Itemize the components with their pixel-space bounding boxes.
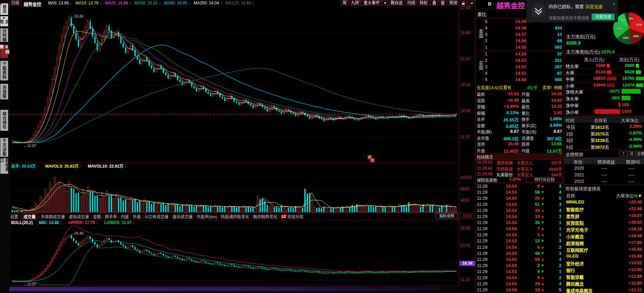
tick-price: 14.53 bbox=[497, 220, 517, 225]
sector-row-name[interactable]: 柔性屏 bbox=[566, 213, 579, 219]
sidebar-item-自选股[interactable]: 自选股 bbox=[0, 84, 8, 99]
sell-row[interactable]: 214.5668 bbox=[475, 38, 564, 45]
sidebar-item-分时图[interactable]: 分时图 bbox=[0, 28, 8, 42]
forecast-income: ---- bbox=[601, 172, 607, 177]
tab-盘后成交量[interactable]: 盘后成交量 bbox=[173, 214, 193, 219]
tab-融资融券变化[interactable]: 融资融券变化 bbox=[253, 214, 277, 219]
tick-time: 11:28 bbox=[477, 184, 488, 189]
tick-count: 3 bbox=[551, 184, 561, 189]
sell-row[interactable]: 314.5713 bbox=[475, 32, 564, 38]
tab-多周期成交量[interactable]: 多周期成交量 bbox=[41, 214, 65, 219]
toolbar-button-均线[interactable]: 均线 bbox=[405, 0, 417, 6]
tab-金额[interactable]: 金额 bbox=[93, 214, 101, 219]
sector-row-name[interactable]: 银行 bbox=[566, 267, 575, 273]
tab-AI立桩成交量[interactable]: AI立桩成交量 bbox=[145, 214, 169, 219]
forecast-button-全部[interactable]: 全部 bbox=[636, 151, 644, 156]
rank-pct: -4.99% bbox=[620, 137, 642, 142]
tab-虚拟成交量[interactable]: 虚拟成交量 bbox=[69, 214, 89, 219]
sidebar-item-应用[interactable]: ▶应用 bbox=[0, 16, 8, 26]
buy-row[interactable]: 214.53251 bbox=[475, 58, 564, 64]
buy-row[interactable]: 414.5187 bbox=[475, 71, 564, 77]
svg-text:←26.86: ←26.86 bbox=[70, 14, 84, 18]
tab-成交量[interactable]: 成交量 bbox=[22, 213, 37, 220]
sector-row-name[interactable]: 互联网医疗 bbox=[566, 247, 588, 253]
buy-row[interactable]: 114.5437 bbox=[475, 51, 564, 58]
alert-text: 在卖盘14.62位置有 bbox=[477, 84, 511, 90]
tab-separator: | bbox=[66, 214, 67, 219]
tab-资金抄底[interactable]: 资金抄底 bbox=[287, 214, 303, 219]
tab-外盘[interactable]: 外盘 bbox=[133, 214, 141, 219]
tick-row: 11:2914.5330▼1 bbox=[475, 220, 564, 226]
chart-badge-财[interactable]: 财 bbox=[370, 158, 375, 163]
price-axis-label: 11.67 bbox=[460, 135, 470, 139]
volume: 87 bbox=[535, 71, 562, 76]
indicator-help-button[interactable]: 指标说明 bbox=[436, 213, 458, 219]
toolbar-button-窗[interactable]: 窗 bbox=[439, 0, 446, 6]
tick-count: 5 bbox=[551, 287, 561, 292]
rank-day: 今日 bbox=[566, 124, 575, 130]
quote-value: +3.49% bbox=[493, 104, 519, 109]
tab-市盈率(ttm)[interactable]: 市盈率(ttm) bbox=[197, 214, 217, 219]
lock-icon[interactable] bbox=[460, 0, 467, 6]
quote-label: 涨跌 bbox=[477, 98, 485, 103]
tab-换手率[interactable]: 换手率 bbox=[105, 214, 117, 219]
sector-row-name[interactable]: OLED bbox=[566, 253, 578, 259]
sector-row-name[interactable]: MINILED bbox=[566, 199, 584, 204]
buy-row[interactable]: 514.50565 bbox=[475, 77, 564, 83]
sidebar-item-K线图[interactable]: K线图 bbox=[0, 45, 8, 58]
sector-row-name[interactable]: 光学光电子 bbox=[566, 226, 588, 233]
forecast-button-?[interactable]: ? bbox=[620, 151, 627, 156]
next-window-icon[interactable]: ⇥ bbox=[468, 0, 474, 6]
industry-compare-button[interactable]: 同行业比较 bbox=[526, 177, 563, 182]
sidebar-item-牛叉诊股[interactable]: 牛叉诊股 bbox=[0, 138, 8, 157]
sector-row-value: +18.08 bbox=[618, 233, 642, 238]
minder-stock[interactable]: 通用电梯 bbox=[496, 160, 513, 166]
sell-row[interactable]: 414.58434 bbox=[475, 25, 564, 32]
close-icon[interactable]: × bbox=[613, 1, 615, 7]
flow-title: 主力流出(万元) bbox=[566, 33, 596, 40]
sector-row-value: +19.53 bbox=[618, 220, 642, 225]
minder-stock[interactable]: 丸美股份 bbox=[496, 172, 513, 177]
sector-row-name[interactable]: 腾讯概念 bbox=[566, 280, 584, 287]
sell-row[interactable]: 114.55502 bbox=[475, 45, 564, 51]
sector-row-name[interactable]: 民营医院 bbox=[566, 220, 584, 226]
tab-设置[interactable]: 设置 bbox=[10, 214, 18, 219]
kline-chart[interactable]: ←26.86←10.87←26.86←10.87 bbox=[0, 0, 475, 293]
alert-detail-link[interactable]: 明细 bbox=[554, 84, 562, 90]
sidebar-item-超级盘口[interactable]: 超级盘口 bbox=[0, 158, 8, 174]
sector-row-name[interactable]: 小米概念 bbox=[566, 233, 584, 240]
period-selector[interactable]: 日线 bbox=[9, 0, 21, 6]
sector-row-name[interactable]: 智能医疗 bbox=[566, 206, 584, 213]
quote-value: 387.8亿 bbox=[537, 135, 562, 142]
sector-row-name[interactable]: 超清视频 bbox=[566, 240, 584, 246]
forecast-button-详[interactable]: 详 bbox=[628, 151, 635, 156]
sector-row-name[interactable]: 室外经济 bbox=[566, 260, 584, 267]
accelerate-button[interactable]: 深度加速 bbox=[592, 14, 615, 20]
sidebar-item-个股资料[interactable]: 个股资料 bbox=[0, 61, 8, 80]
toolbar-button-除权[interactable]: 除权 bbox=[418, 0, 429, 6]
sector-row-name[interactable]: 集成电路概念 bbox=[566, 287, 593, 293]
toolbar-button-九转[interactable]: 九转 bbox=[349, 0, 361, 6]
tick-row: 11:2914.5312▼3 bbox=[475, 238, 564, 244]
toolbar-button-删自选[interactable]: 删自选 bbox=[389, 0, 404, 6]
tick-count: 3 bbox=[551, 202, 561, 207]
toolbar-button-重大事件[interactable]: 重大事件 bbox=[362, 0, 381, 6]
rank-pct: 2.29% bbox=[620, 124, 642, 129]
sidebar-item-首页[interactable]: 首页 bbox=[0, 3, 8, 15]
volume: 37 bbox=[535, 51, 562, 56]
boll-axis-label: 11.37 bbox=[460, 277, 470, 282]
buy-row[interactable]: 314.52207 bbox=[475, 64, 564, 71]
tab-陆股通持股变化[interactable]: 陆股通持股变化 bbox=[221, 214, 249, 219]
tab-内盘[interactable]: 内盘 bbox=[121, 214, 129, 219]
toolbar-button-简[interactable]: 简 bbox=[341, 0, 348, 6]
sector-row-value: +12.92 bbox=[618, 267, 642, 272]
dropdown-icon[interactable]: ▾ bbox=[382, 0, 388, 6]
toolbar-button-预测[interactable]: 预测 bbox=[447, 0, 459, 6]
minder-time: 11:29:59 bbox=[477, 172, 492, 176]
tick-row: 11:2914.5420▲5 bbox=[475, 196, 564, 202]
minder-stock[interactable]: 华西能源 bbox=[496, 166, 513, 172]
sector-row-name[interactable]: 智能穿戴 bbox=[566, 274, 584, 280]
sectors-col-name: 名称 bbox=[566, 192, 575, 199]
toolbar-button-叠[interactable]: 叠 bbox=[430, 0, 438, 6]
sidebar-item-综合排名[interactable]: 综合排名 bbox=[0, 110, 8, 131]
